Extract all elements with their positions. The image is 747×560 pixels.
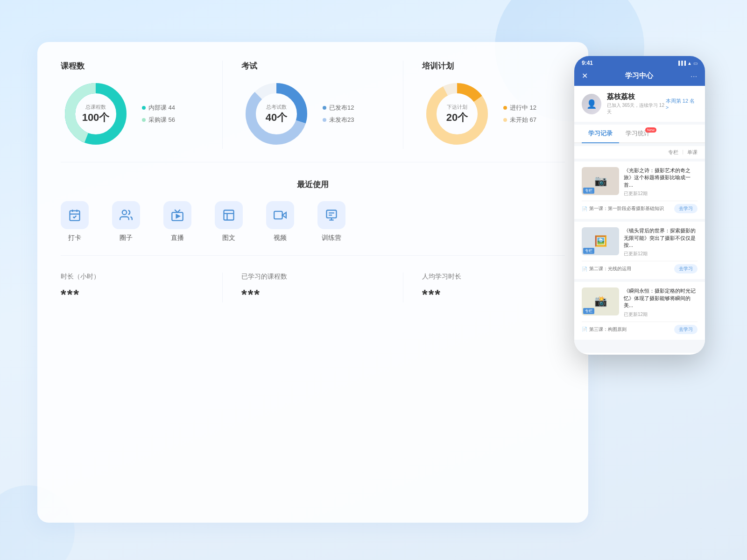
- legend-courses: 内部课 44 采购课 56: [142, 104, 175, 124]
- icon-box-live: [163, 201, 191, 229]
- legend-item-purchased: 采购课 56: [142, 116, 175, 124]
- phone-course-lesson-0: 第一课：第一阶段必看摄影基础知识: [589, 205, 664, 212]
- svg-rect-20: [274, 211, 282, 219]
- phone-course-update-2: 已更新12期: [624, 311, 698, 318]
- donut-sub-courses: 总课程数: [82, 104, 110, 111]
- bottom-stat-label-courses-learned: 已学习的课程数: [241, 273, 384, 281]
- icon-item-live[interactable]: 直播: [163, 201, 191, 242]
- donut-label-courses: 总课程数 100个: [82, 104, 110, 125]
- stats-row: 课程数 总课程数 100个: [61, 61, 565, 162]
- icon-label-graphic: 图文: [222, 234, 235, 242]
- phone-status-icons: ▐▐▐ ▲ ▭: [677, 61, 698, 66]
- svg-point-13: [122, 210, 127, 215]
- icon-item-video[interactable]: 视频: [266, 201, 294, 242]
- icon-label-live: 直播: [171, 234, 184, 242]
- icon-item-checkin[interactable]: 打卡: [61, 201, 89, 242]
- phone-course-update-0: 已更新12期: [624, 190, 698, 197]
- phone-rank-text[interactable]: 本周第 12 名 >: [666, 98, 698, 110]
- filter-option-album[interactable]: 专栏: [668, 149, 678, 156]
- new-badge: New: [645, 127, 656, 133]
- filter-option-single[interactable]: 单课: [687, 149, 698, 156]
- bottom-stat-value-courses-learned: ***: [241, 287, 384, 302]
- icon-item-graphic[interactable]: 图文: [215, 201, 243, 242]
- bottom-stats-row: 时长（小时） *** 已学习的课程数 *** 人均学习时长 ***: [61, 273, 565, 302]
- svg-marker-19: [282, 212, 286, 218]
- phone-time: 9:41: [582, 60, 593, 66]
- stat-card-training: 培训计划 下达计划 20个: [403, 61, 565, 149]
- phone-profile-card: 👤 荔枝荔枝 已加入 365天，连续学习 12天 本周第 12 名 >: [574, 86, 705, 122]
- phone-avatar: 👤: [582, 94, 601, 114]
- legend-item-published: 已发布12: [323, 104, 354, 112]
- circle-icon: [120, 209, 133, 222]
- battery-icon: ▭: [693, 61, 698, 66]
- bottom-stat-value-duration: ***: [61, 287, 204, 302]
- icon-label-checkin: 打卡: [68, 234, 81, 242]
- icon-box-camp: [317, 201, 345, 229]
- donut-label-training: 下达计划 20个: [446, 104, 468, 125]
- legend-item-unpublished: 未发布23: [323, 116, 354, 124]
- phone-device: 9:41 ▐▐▐ ▲ ▭ ✕ 学习中心 ··· 👤 荔枝荔枝 已加入 365天，…: [574, 56, 705, 355]
- phone-tab-records[interactable]: 学习记录: [582, 125, 619, 143]
- legend-exams: 已发布12 未发布23: [323, 104, 354, 124]
- bottom-stat-duration: 时长（小时） ***: [61, 273, 223, 302]
- icon-box-circle: [112, 201, 140, 229]
- icon-label-camp: 训练营: [322, 234, 341, 242]
- phone-course-thumb-2: 📸 专栏: [582, 287, 619, 315]
- phone-course-title-0: 《光影之诗：摄影艺术的奇之旅》这个标题将摄影比喻成一首...: [624, 167, 698, 189]
- legend-item-internal: 内部课 44: [142, 104, 175, 112]
- bottom-stat-courses-learned: 已学习的课程数 ***: [223, 273, 403, 302]
- stat-title-exams: 考试: [241, 61, 384, 71]
- phone-nav-header: ✕ 学习中心 ···: [574, 69, 705, 86]
- go-study-btn-0[interactable]: 去学习: [674, 204, 698, 213]
- phone-filter-row: 专栏 | 单课: [574, 146, 705, 159]
- phone-course-thumb-1: 🖼️ 专栏: [582, 227, 619, 255]
- go-study-btn-2[interactable]: 去学习: [674, 325, 698, 334]
- legend-training: 进行中 12 未开始 67: [503, 104, 536, 124]
- bottom-stat-label-duration: 时长（小时）: [61, 273, 204, 281]
- phone-course-info-2: 《瞬间永恒：摄影定格的时光记忆》体现了摄影能够将瞬间的美... 已更新12期: [624, 287, 698, 317]
- phone-tab-stats[interactable]: 学习统计 New: [619, 125, 656, 142]
- stat-card-courses: 课程数 总课程数 100个: [61, 61, 223, 149]
- icon-label-circle: 圈子: [120, 234, 133, 242]
- donut-num-courses: 100个: [82, 112, 110, 123]
- donut-exams: 总考试数 40个: [241, 79, 311, 149]
- phone-nav-title: 学习中心: [625, 71, 653, 80]
- stat-title-courses: 课程数: [61, 61, 204, 71]
- bottom-stat-label-avg: 人均学习时长: [422, 273, 565, 281]
- legend-item-ongoing: 进行中 12: [503, 104, 536, 112]
- phone-close-icon[interactable]: ✕: [582, 71, 588, 80]
- lesson-icon-2: 📄: [582, 327, 587, 332]
- phone-course-lesson-1: 第二课：光线的运用: [589, 266, 631, 272]
- video-icon: [274, 209, 287, 222]
- lesson-icon-1: 📄: [582, 266, 587, 272]
- donut-label-exams: 总考试数 40个: [266, 104, 287, 125]
- icon-box-checkin: [61, 201, 89, 229]
- signal-icon: ▐▐▐: [677, 61, 686, 65]
- phone-status-bar: 9:41 ▐▐▐ ▲ ▭: [574, 56, 705, 69]
- recent-title: 最近使用: [61, 179, 565, 190]
- phone-course-card-0: 📷 专栏 《光影之诗：摄影艺术的奇之旅》这个标题将摄影比喻成一首... 已更新1…: [574, 161, 705, 219]
- go-study-btn-1[interactable]: 去学习: [674, 264, 698, 273]
- icon-item-camp[interactable]: 训练营: [317, 201, 345, 242]
- phone-course-thumb-0: 📷 专栏: [582, 167, 619, 195]
- icon-item-circle[interactable]: 圈子: [112, 201, 140, 242]
- graphic-icon: [222, 209, 235, 222]
- svg-rect-9: [70, 211, 80, 221]
- icon-label-video: 视频: [274, 234, 287, 242]
- main-card: 课程数 总课程数 100个: [37, 42, 588, 523]
- donut-training: 下达计划 20个: [422, 79, 492, 149]
- phone-more-icon[interactable]: ···: [691, 72, 698, 80]
- icon-box-graphic: [215, 201, 243, 229]
- recent-icons-row: 打卡 圈子 直播: [61, 201, 565, 242]
- live-icon: [171, 209, 184, 222]
- icon-box-video: [266, 201, 294, 229]
- stat-card-exams: 考试 总考试数 40个: [223, 61, 403, 149]
- phone-course-info-0: 《光影之诗：摄影艺术的奇之旅》这个标题将摄影比喻成一首... 已更新12期: [624, 167, 698, 197]
- bottom-stat-avg-duration: 人均学习时长 ***: [403, 273, 565, 302]
- phone-tabs-bar: 学习记录 学习统计 New: [574, 125, 705, 143]
- svg-rect-16: [224, 210, 234, 220]
- phone-course-card-1: 🖼️ 专栏 《镜头背后的世界：探索摄影的无限可能》突出了摄影不仅仅是按... 已…: [574, 222, 705, 279]
- phone-course-title-2: 《瞬间永恒：摄影定格的时光记忆》体现了摄影能够将瞬间的美...: [624, 287, 698, 309]
- phone-user-name: 荔枝荔枝: [607, 92, 666, 101]
- phone-course-info-1: 《镜头背后的世界：探索摄影的无限可能》突出了摄影不仅仅是按... 已更新12期: [624, 227, 698, 257]
